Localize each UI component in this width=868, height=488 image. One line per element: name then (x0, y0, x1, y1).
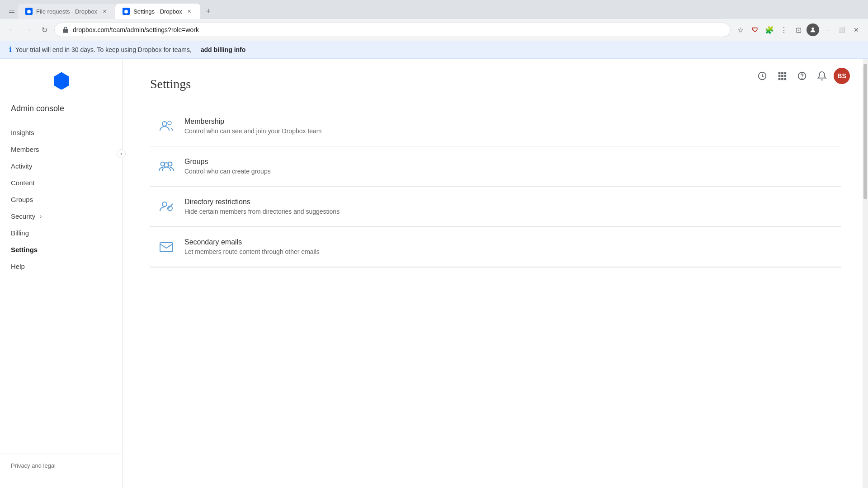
membership-text: Membership Control who can see and join … (184, 117, 322, 135)
svg-rect-9 (781, 78, 783, 80)
directory-text: Directory restrictions Hide certain memb… (184, 198, 340, 215)
svg-point-13 (162, 122, 167, 126)
svg-rect-4 (784, 72, 787, 75)
sidebar-item-members[interactable]: Members (0, 141, 123, 158)
avatar-initials: BS (837, 72, 846, 80)
toolbar-actions: ☆ 🛡 🧩 ⋮ ⊡ ─ ⬜ ✕ (734, 23, 863, 36)
sidebar-item-activity[interactable]: Activity (0, 158, 123, 174)
sidebar-item-content-label: Content (11, 179, 35, 187)
sidebar-item-groups-label: Groups (11, 196, 33, 203)
sidebar: ‹ Admin console Insights Members Activit… (0, 59, 123, 488)
tab-title-1: File requests - Dropbox (36, 8, 97, 15)
secondary-emails-title: Secondary emails (184, 238, 320, 246)
topbar-icons: BS (754, 68, 850, 84)
svg-rect-21 (160, 243, 173, 252)
user-avatar[interactable]: BS (834, 68, 850, 84)
banner-message: Your trial will end in 30 days. To keep … (15, 46, 192, 53)
dropbox-logo-icon (11, 70, 112, 89)
tab-close-2[interactable]: ✕ (186, 8, 193, 15)
extensions-button[interactable]: 🧩 (763, 23, 776, 36)
svg-rect-7 (784, 75, 787, 77)
sidebar-bottom: Privacy and legal (0, 454, 123, 477)
sidebar-item-security[interactable]: Security › (0, 208, 123, 225)
new-tab-button[interactable]: + (202, 5, 215, 18)
membership-title: Membership (184, 117, 322, 126)
sidebar-item-billing[interactable]: Billing (0, 225, 123, 241)
trial-banner: ℹ Your trial will end in 30 days. To kee… (0, 41, 868, 59)
app-layout: ‹ Admin console Insights Members Activit… (0, 59, 868, 488)
groups-desc: Control who can create groups (184, 168, 271, 175)
help-button[interactable] (794, 68, 810, 84)
membership-item[interactable]: Membership Control who can see and join … (150, 106, 841, 146)
tab-favicon-2 (123, 8, 130, 15)
page-title: Settings (150, 77, 841, 91)
membership-desc: Control who can see and join your Dropbo… (184, 127, 322, 135)
sidebar-item-members-label: Members (11, 145, 39, 153)
svg-point-0 (811, 28, 814, 30)
dropbox-logo (52, 70, 71, 89)
sidebar-item-settings[interactable]: Settings (0, 241, 123, 258)
browser-menu-button[interactable]: ⋮ (778, 23, 790, 36)
directory-item[interactable]: Directory restrictions Hide certain memb… (150, 187, 841, 227)
sidebar-collapse-button[interactable]: ‹ (117, 149, 126, 158)
svg-point-12 (802, 78, 802, 79)
directory-title: Directory restrictions (184, 198, 340, 206)
secondary-emails-text: Secondary emails Let members route conte… (184, 238, 320, 255)
minimize-button[interactable]: ─ (821, 23, 834, 36)
address-bar[interactable]: dropbox.com/team/admin/settings?role=wor… (54, 23, 731, 37)
tab-close-1[interactable]: ✕ (101, 8, 108, 15)
svg-rect-3 (781, 72, 783, 75)
close-button[interactable]: ✕ (850, 23, 863, 36)
sidebar-item-insights-label: Insights (11, 129, 34, 136)
reload-button[interactable]: ↻ (38, 23, 51, 36)
privacy-legal-link[interactable]: Privacy and legal (11, 462, 56, 469)
tab-favicon-1 (25, 8, 33, 15)
tab-settings[interactable]: Settings - Dropbox ✕ (115, 4, 200, 19)
back-button[interactable]: ← (5, 23, 18, 36)
ad-guard-button[interactable]: 🛡 (749, 23, 761, 36)
svg-rect-2 (778, 72, 781, 75)
secondary-emails-item[interactable]: Secondary emails Let members route conte… (150, 227, 841, 267)
groups-item[interactable]: Groups Control who can create groups (150, 146, 841, 187)
sidebar-item-settings-label: Settings (11, 246, 38, 253)
sidebar-item-billing-label: Billing (11, 229, 29, 237)
sidebar-nav: Insights Members Activity Content Groups… (0, 124, 123, 454)
url-text: dropbox.com/team/admin/settings?role=wor… (73, 26, 723, 33)
timer-button[interactable] (754, 68, 770, 84)
forward-button[interactable]: → (22, 23, 34, 36)
grid-button[interactable] (774, 68, 790, 84)
billing-link[interactable]: add billing info (201, 46, 246, 53)
sidebar-item-activity-label: Activity (11, 162, 33, 170)
restore-button[interactable]: ⬜ (835, 23, 848, 36)
secondary-emails-desc: Let members route content through other … (184, 248, 320, 255)
scrollbar-track[interactable] (863, 59, 868, 488)
scrollbar-thumb[interactable] (863, 64, 867, 199)
directory-icon (157, 197, 175, 216)
sidebar-item-help-label: Help (11, 263, 25, 270)
sidebar-item-groups[interactable]: Groups (0, 191, 123, 208)
admin-console-label: Admin console (0, 104, 123, 124)
sidebar-item-insights[interactable]: Insights (0, 124, 123, 141)
svg-point-14 (168, 121, 171, 125)
tab-title-2: Settings - Dropbox (133, 8, 182, 15)
sidebar-logo[interactable] (0, 70, 123, 104)
info-icon: ℹ (9, 45, 12, 54)
main-content: BS Settings Membership Co (123, 59, 868, 488)
bookmark-button[interactable]: ☆ (734, 23, 747, 36)
groups-text: Groups Control who can create groups (184, 158, 271, 175)
sidebar-item-help[interactable]: Help (0, 258, 123, 275)
tab-list-button[interactable] (5, 5, 18, 18)
security-chevron-icon: › (40, 213, 42, 220)
bottom-divider (150, 267, 841, 267)
svg-rect-8 (778, 78, 781, 80)
browser-chrome: File requests - Dropbox ✕ Settings - Dro… (0, 0, 868, 41)
directory-desc: Hide certain members from directories an… (184, 208, 340, 215)
browser-profile-avatar[interactable] (807, 23, 819, 36)
notifications-button[interactable] (814, 68, 830, 84)
sidebar-item-content[interactable]: Content (0, 174, 123, 191)
tab-file-requests[interactable]: File requests - Dropbox ✕ (18, 4, 115, 19)
svg-point-18 (162, 202, 167, 206)
split-button[interactable]: ⊡ (792, 23, 805, 36)
email-icon (157, 238, 175, 256)
tab-bar: File requests - Dropbox ✕ Settings - Dro… (0, 0, 868, 19)
